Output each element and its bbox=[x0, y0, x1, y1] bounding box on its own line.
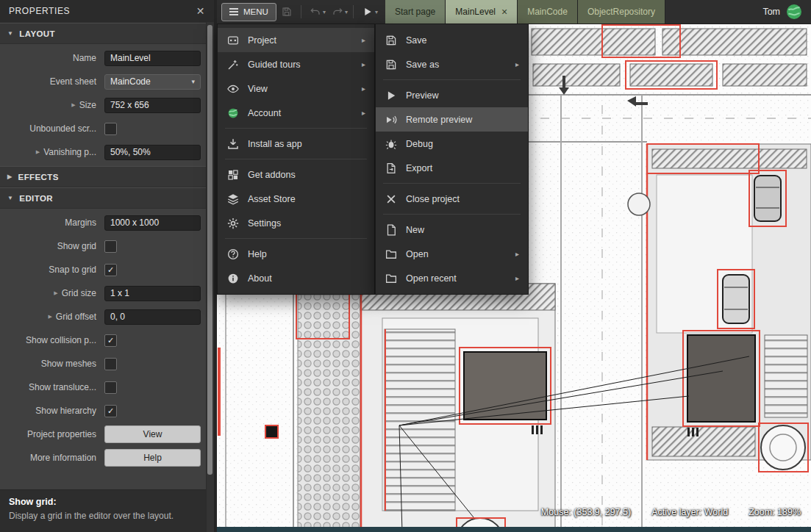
properties-header: PROPERTIES ✕ bbox=[0, 0, 214, 23]
show-transluce-checkbox[interactable] bbox=[104, 381, 117, 394]
submenu-item-debug[interactable]: Debug bbox=[376, 132, 528, 156]
name-input[interactable]: MainLevel bbox=[104, 51, 201, 66]
section-label: EDITOR bbox=[19, 194, 53, 203]
tab-start-page[interactable]: Start page bbox=[385, 0, 446, 24]
expand-icon[interactable]: ▶ bbox=[36, 149, 40, 155]
unbounded-scr-checkbox[interactable] bbox=[104, 123, 117, 135]
user-avatar[interactable] bbox=[786, 4, 802, 20]
menu-item-label: Account bbox=[248, 108, 281, 118]
property-label-text: Margins bbox=[65, 218, 96, 228]
property-row-name: NameMainLevel bbox=[0, 46, 207, 70]
toolbar: MENU ▾ ▾ ▾ Start pageMainLevel×MainCodeO… bbox=[217, 0, 811, 24]
more-information-button[interactable]: Help bbox=[104, 449, 201, 467]
tab-maincode[interactable]: MainCode bbox=[518, 0, 578, 24]
menu-item-settings[interactable]: Settings bbox=[218, 211, 374, 235]
preview-dropdown-icon[interactable]: ▾ bbox=[375, 9, 378, 15]
right-building-block[interactable] bbox=[647, 144, 811, 472]
menu-item-account[interactable]: Account▸ bbox=[218, 101, 374, 125]
close-panel-icon[interactable]: ✕ bbox=[196, 5, 205, 17]
menu-item-project[interactable]: Project▸ bbox=[218, 28, 374, 52]
redo-dropdown-icon[interactable]: ▾ bbox=[345, 9, 348, 15]
submenu-item-open[interactable]: Open▸ bbox=[376, 242, 528, 266]
menu-item-label: Remote preview bbox=[406, 115, 472, 125]
show-meshes-checkbox[interactable] bbox=[104, 358, 117, 370]
submenu-item-preview[interactable]: Preview bbox=[376, 83, 528, 107]
menu-separator bbox=[225, 159, 367, 159]
menu-item-help[interactable]: Help bbox=[218, 242, 374, 266]
property-label: Snap to grid bbox=[0, 265, 104, 275]
snap-to-grid-checkbox[interactable] bbox=[104, 264, 117, 276]
event-sheet-select[interactable]: MainCode▾ bbox=[104, 74, 201, 90]
menu-separator bbox=[383, 183, 521, 184]
submenu-item-remote-preview[interactable]: Remote preview bbox=[376, 107, 528, 132]
menu-separator bbox=[225, 238, 367, 239]
menu-item-view[interactable]: View▸ bbox=[218, 76, 374, 101]
menu-item-about[interactable]: About bbox=[218, 266, 374, 290]
panel-scrollbar[interactable] bbox=[206, 22, 214, 532]
close-project-icon bbox=[385, 193, 398, 206]
show-hierarchy-checkbox[interactable] bbox=[104, 405, 117, 417]
selected-object[interactable] bbox=[265, 425, 278, 438]
menu-item-label: Preview bbox=[406, 90, 438, 101]
main-menu: Project▸Guided tours▸View▸Account▸Instal… bbox=[217, 24, 375, 295]
section-effects[interactable]: ▶EFFECTS bbox=[0, 166, 207, 187]
submenu-item-export[interactable]: Export bbox=[376, 156, 528, 180]
section-layout[interactable]: ▼LAYOUT bbox=[0, 23, 207, 44]
property-label: Show meshes bbox=[0, 359, 104, 369]
building[interactable] bbox=[683, 331, 760, 426]
margins-input[interactable]: 1000 x 1000 bbox=[104, 215, 201, 231]
property-control bbox=[104, 240, 207, 253]
project-properties-button[interactable]: View bbox=[104, 425, 201, 443]
properties-sections: ▼LAYOUTNameMainLevelEvent sheetMainCode▾… bbox=[0, 23, 207, 489]
expand-icon[interactable]: ▶ bbox=[54, 290, 57, 296]
hamburger-icon bbox=[229, 8, 238, 15]
tab-mainlevel[interactable]: MainLevel× bbox=[446, 0, 518, 24]
property-control: View bbox=[104, 425, 207, 443]
submenu-item-save-as[interactable]: Save as▸ bbox=[376, 52, 528, 76]
car[interactable] bbox=[749, 170, 786, 226]
car[interactable] bbox=[718, 270, 754, 328]
expand-icon[interactable]: ▶ bbox=[71, 102, 75, 108]
menu-item-label: Help bbox=[248, 249, 267, 259]
guided-tours-icon bbox=[226, 58, 240, 71]
menu-item-label: Get addons bbox=[248, 170, 296, 180]
help-icon bbox=[226, 248, 240, 261]
size-input[interactable]: 752 x 656 bbox=[104, 98, 201, 113]
menu-item-asset-store[interactable]: Asset Store bbox=[218, 187, 374, 211]
vanishing-p-input[interactable]: 50%, 50% bbox=[104, 145, 201, 160]
building[interactable] bbox=[460, 348, 551, 424]
property-label-text: Show collision p... bbox=[26, 335, 96, 345]
central-building-block[interactable] bbox=[360, 284, 555, 532]
section-editor[interactable]: ▼EDITOR bbox=[0, 187, 207, 209]
grid-size-input[interactable]: 1 x 1 bbox=[104, 286, 201, 301]
panel-scrollbar-thumb[interactable] bbox=[207, 25, 212, 475]
submenu-item-new[interactable]: New bbox=[376, 218, 528, 242]
section-toggle-icon: ▶ bbox=[7, 173, 12, 180]
menu-item-get-addons[interactable]: Get addons bbox=[218, 162, 374, 187]
property-row-project-properties: Project propertiesView bbox=[0, 423, 207, 446]
show-grid-checkbox[interactable] bbox=[104, 240, 117, 253]
menu-button[interactable]: MENU bbox=[221, 3, 276, 21]
submenu-item-save[interactable]: Save bbox=[376, 28, 528, 52]
tab-close-icon[interactable]: × bbox=[501, 7, 507, 17]
property-row-show-grid: Show grid bbox=[0, 234, 207, 258]
undo-dropdown-icon[interactable]: ▾ bbox=[323, 9, 326, 15]
tab-objectrepository[interactable]: ObjectRepository bbox=[578, 0, 665, 24]
menu-item-install-as-app[interactable]: Install as app bbox=[218, 132, 374, 156]
project-icon bbox=[226, 34, 240, 47]
property-label: Project properties bbox=[0, 429, 104, 439]
expand-icon[interactable]: ▶ bbox=[48, 314, 51, 320]
debug-icon bbox=[385, 137, 398, 151]
select-value: MainCode bbox=[110, 76, 151, 87]
show-collision-p-checkbox[interactable] bbox=[104, 334, 117, 347]
save-button[interactable] bbox=[276, 3, 297, 21]
tree[interactable] bbox=[628, 193, 650, 215]
grid-offset-input[interactable]: 0, 0 bbox=[104, 309, 201, 325]
submenu-item-open-recent[interactable]: Open recent▸ bbox=[376, 266, 528, 290]
menu-item-guided-tours[interactable]: Guided tours▸ bbox=[218, 52, 374, 76]
submenu-item-close-project[interactable]: Close project bbox=[376, 187, 528, 211]
section-toggle-icon: ▼ bbox=[7, 30, 13, 37]
menu-item-label: Export bbox=[406, 163, 432, 173]
remote-preview-icon bbox=[385, 113, 398, 126]
user-area: Tom bbox=[762, 4, 811, 20]
